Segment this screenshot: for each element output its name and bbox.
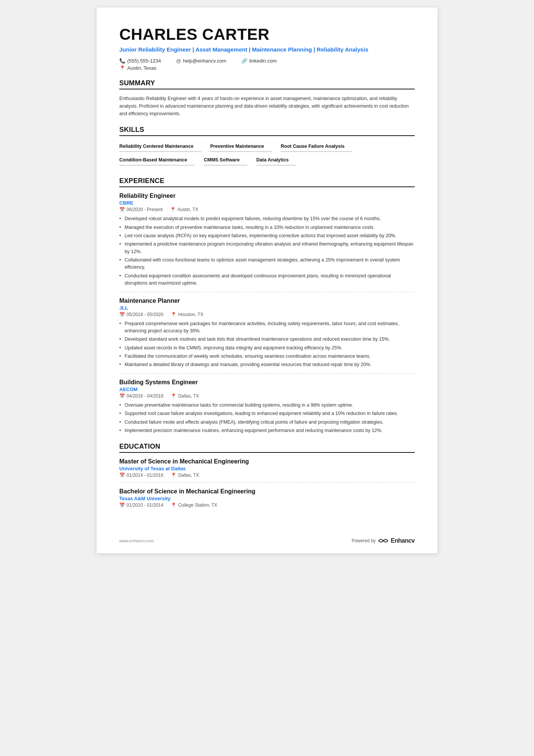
- experience-jobs: Reliability EngineerCBRE 📅 06/2020 - Pre…: [119, 193, 415, 434]
- brand-name: Enhancv: [391, 537, 415, 544]
- email-contact: @ help@enhancv.com: [176, 58, 226, 64]
- edu-date: 📅 01/2014 - 01/2016: [119, 473, 163, 478]
- calendar-icon: 📅: [119, 207, 125, 212]
- job-title: Reliability Engineer: [119, 193, 415, 199]
- bullet-item: Collaborated with cross-functional teams…: [119, 257, 415, 271]
- school-name: University of Texas at Dallas: [119, 466, 415, 471]
- summary-section: SUMMARY Enthusiastic Reliability Enginee…: [119, 79, 415, 117]
- job-divider: [119, 373, 415, 374]
- bullet-item: Implemented a predictive maintenance pro…: [119, 241, 415, 255]
- job-date-text: 04/2016 - 04/2018: [126, 393, 163, 399]
- education-entry: Master of Science in Mechanical Engineer…: [119, 458, 415, 483]
- job-bullets: Developed robust analytical models to pr…: [119, 215, 415, 287]
- job-location: 📍 Houston, TX: [171, 312, 203, 317]
- linkedin-url: linkedin.com: [249, 58, 276, 64]
- phone-contact: 📞 (555) 555-1234: [119, 58, 161, 64]
- job-title: Building Systems Engineer: [119, 379, 415, 386]
- location-contact: 📍 Austin, Texas: [119, 65, 156, 71]
- bullet-item: Conducted equipment condition assessment…: [119, 272, 415, 287]
- job-date: 📅 06/2020 - Present: [119, 207, 162, 212]
- bullet-item: Implemented precision maintenance routin…: [119, 427, 415, 434]
- edu-location: 📍 College Station, TX: [171, 502, 217, 508]
- education-degrees: Master of Science in Mechanical Engineer…: [119, 458, 415, 508]
- degree-title: Master of Science in Mechanical Engineer…: [119, 458, 415, 465]
- location-icon: 📍: [171, 502, 176, 508]
- bullet-item: Conducted failure mode and effects analy…: [119, 419, 415, 426]
- job-meta: 📅 06/2020 - Present 📍 Austin, TX: [119, 207, 415, 212]
- bullet-item: Oversaw preventative maintenance tasks f…: [119, 402, 415, 409]
- contact-row-2: 📍 Austin, Texas: [119, 65, 415, 71]
- job-entry: Maintenance PlannerJLL 📅 05/2018 - 05/20…: [119, 297, 415, 374]
- location-text: Austin, Texas: [127, 65, 156, 71]
- resume-page: CHARLES CARTER Junior Reliability Engine…: [97, 8, 437, 553]
- footer-website: www.enhancv.com: [119, 538, 154, 543]
- skills-title: SKILLS: [119, 126, 415, 136]
- bullet-item: Supported root cause failure analysis in…: [119, 410, 415, 417]
- job-location-text: Dallas, TX: [178, 393, 199, 399]
- bullet-item: Prepared comprehensive work packages for…: [119, 320, 415, 335]
- linkedin-icon: 🔗: [241, 58, 247, 64]
- location-icon: 📍: [171, 393, 176, 399]
- edu-meta: 📅 01/2014 - 01/2016 📍 Dallas, TX: [119, 473, 415, 478]
- summary-title: SUMMARY: [119, 79, 415, 89]
- job-location-text: Austin, TX: [177, 207, 198, 212]
- education-entry: Bachelor of Science in Mechanical Engine…: [119, 488, 415, 508]
- job-meta: 📅 05/2018 - 05/2020 📍 Houston, TX: [119, 312, 415, 317]
- job-location-text: Houston, TX: [178, 312, 203, 317]
- edu-date-text: 01/2014 - 01/2016: [126, 473, 163, 478]
- bullet-item: Managed the execution of preventive main…: [119, 224, 415, 231]
- location-icon: 📍: [171, 473, 176, 478]
- powered-by-label: Powered by: [351, 538, 375, 543]
- job-entry: Building Systems EngineerAECOM 📅 04/2016…: [119, 379, 415, 435]
- location-icon: 📍: [171, 312, 176, 317]
- company-name: JLL: [119, 305, 415, 311]
- email-icon: @: [176, 58, 181, 64]
- edu-divider: [119, 482, 415, 483]
- job-location: 📍 Austin, TX: [170, 207, 198, 212]
- company-name: AECOM: [119, 387, 415, 392]
- bullet-item: Developed robust analytical models to pr…: [119, 215, 415, 222]
- degree-title: Bachelor of Science in Mechanical Engine…: [119, 488, 415, 495]
- edu-location: 📍 Dallas, TX: [171, 473, 199, 478]
- skill-item: Data Analytics: [256, 155, 297, 166]
- bullet-item: Developed standard work routines and tas…: [119, 336, 415, 343]
- edu-meta: 📅 01/2010 - 01/2014 📍 College Station, T…: [119, 502, 415, 508]
- bullet-item: Led root cause analysis (RCFA) on key eq…: [119, 232, 415, 239]
- calendar-icon: 📅: [119, 312, 125, 317]
- calendar-icon: 📅: [119, 502, 125, 508]
- job-location: 📍 Dallas, TX: [171, 393, 199, 399]
- skills-grid: Reliability Centered MaintenancePreventi…: [119, 141, 415, 169]
- skills-section: SKILLS Reliability Centered MaintenanceP…: [119, 126, 415, 169]
- job-date: 📅 05/2018 - 05/2020: [119, 312, 163, 317]
- header: CHARLES CARTER Junior Reliability Engine…: [119, 26, 415, 71]
- job-date-text: 06/2020 - Present: [126, 207, 162, 212]
- job-entry: Reliability EngineerCBRE 📅 06/2020 - Pre…: [119, 193, 415, 292]
- job-bullets: Oversaw preventative maintenance tasks f…: [119, 402, 415, 435]
- job-date: 📅 04/2016 - 04/2018: [119, 393, 163, 399]
- education-title: EDUCATION: [119, 443, 415, 453]
- enhancv-logo-icon: [378, 537, 389, 544]
- contact-row-1: 📞 (555) 555-1234 @ help@enhancv.com 🔗 li…: [119, 58, 415, 64]
- footer-brand: Powered by Enhancv: [351, 537, 415, 544]
- education-section: EDUCATION Master of Science in Mechanica…: [119, 443, 415, 508]
- phone-icon: 📞: [119, 58, 125, 64]
- edu-location-text: College Station, TX: [178, 502, 217, 508]
- company-name: CBRE: [119, 200, 415, 206]
- bullet-item: Facilitated the communication of weekly …: [119, 353, 415, 360]
- location-icon: 📍: [119, 65, 125, 71]
- school-name: Texas A&M University: [119, 496, 415, 501]
- linkedin-contact: 🔗 linkedin.com: [241, 58, 276, 64]
- skill-item: CMMS Software: [204, 155, 247, 166]
- job-date-text: 05/2018 - 05/2020: [126, 312, 163, 317]
- candidate-title: Junior Reliability Engineer | Asset Mana…: [119, 45, 415, 53]
- calendar-icon: 📅: [119, 473, 125, 478]
- phone-number: (555) 555-1234: [127, 58, 161, 64]
- job-divider: [119, 292, 415, 292]
- edu-date-text: 01/2010 - 01/2014: [126, 502, 163, 508]
- edu-location-text: Dallas, TX: [178, 473, 199, 478]
- skill-item: Condition-Based Maintenance: [119, 155, 195, 166]
- job-meta: 📅 04/2016 - 04/2018 📍 Dallas, TX: [119, 393, 415, 399]
- skill-item: Preventive Maintenance: [210, 141, 272, 152]
- experience-section: EXPERIENCE Reliability EngineerCBRE 📅 06…: [119, 177, 415, 434]
- summary-text: Enthusiastic Reliability Engineer with 4…: [119, 95, 415, 117]
